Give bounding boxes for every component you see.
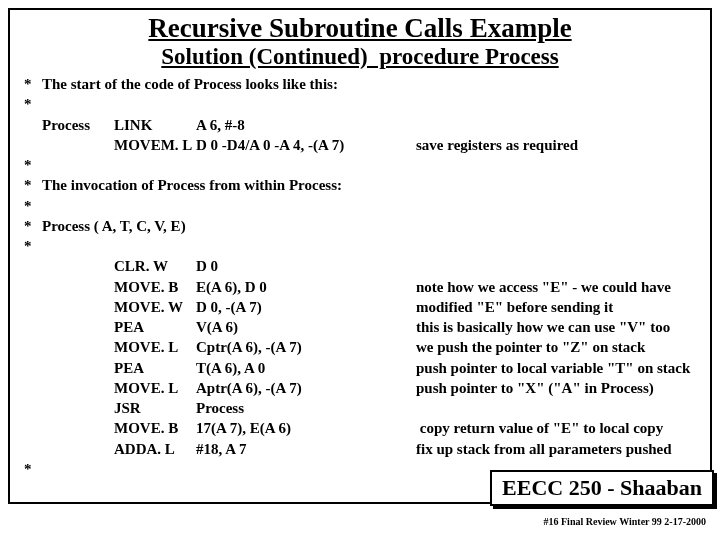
page-footer: #16 Final Review Winter 99 2-17-2000 [8, 516, 706, 527]
slide-body: * The start of the code of Process looks… [24, 74, 696, 479]
code-line: MOVE. B17(A 7), E(A 6) copy return value… [24, 418, 690, 438]
footer-badge: EECC 250 - Shaaban [490, 470, 714, 506]
code-listing: * The start of the code of Process looks… [24, 74, 690, 479]
code-line: PEAT(A 6), A 0push pointer to local vari… [24, 358, 690, 378]
slide-title: Recursive Subroutine Calls Example [24, 14, 696, 44]
code-line: ADDA. L#18, A 7fix up stack from all par… [24, 439, 690, 459]
comment-line: * [24, 155, 690, 175]
code-line: MOVE. BE(A 6), D 0note how we access "E"… [24, 277, 690, 297]
comment-line: * The start of the code of Process looks… [24, 74, 690, 94]
comment-line: * The invocation of Process from within … [24, 175, 690, 195]
code-line: PEAV(A 6)this is basically how we can us… [24, 317, 690, 337]
code-line: CLR. WD 0 [24, 256, 690, 276]
code-line: MOVE. LAptr(A 6), -(A 7)push pointer to … [24, 378, 690, 398]
code-line: MOVEM. L D 0 -D4/A 0 -A 4, -(A 7) save r… [24, 135, 690, 155]
code-line: MOVE. WD 0, -(A 7)modified "E" before se… [24, 297, 690, 317]
comment-line: * [24, 94, 690, 114]
code-line: JSRProcess [24, 398, 690, 418]
code-line: Process LINK A 6, #-8 [24, 115, 690, 135]
code-line: MOVE. LCptr(A 6), -(A 7)we push the poin… [24, 337, 690, 357]
comment-line: * Process ( A, T, C, V, E) [24, 216, 690, 236]
comment-line: * [24, 236, 690, 256]
slide-frame: Recursive Subroutine Calls Example Solut… [8, 8, 712, 504]
comment-line: * [24, 196, 690, 216]
slide-subtitle: Solution (Continued) procedure Process [24, 44, 696, 70]
